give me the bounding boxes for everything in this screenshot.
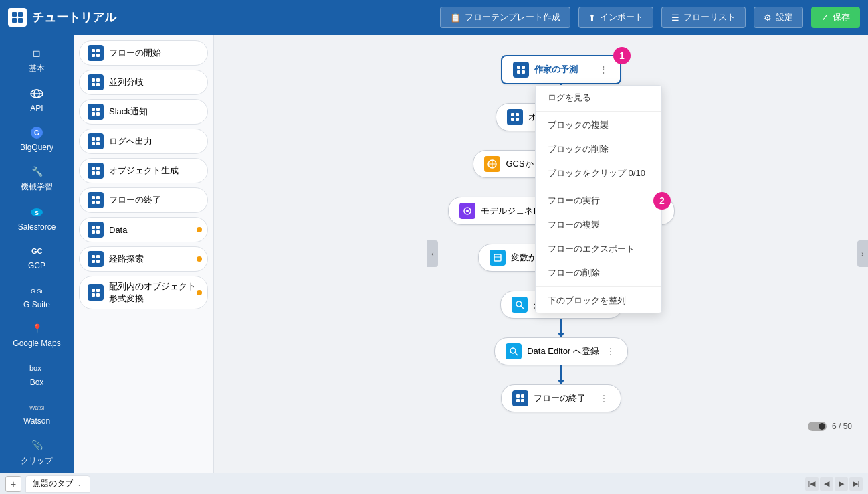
- svg-rect-2: [12, 18, 17, 23]
- svg-rect-28: [96, 137, 100, 141]
- import-button[interactable]: ⬆ インポート: [578, 7, 653, 28]
- top-node-menu[interactable]: ⋮: [597, 64, 609, 76]
- save-button[interactable]: ✓ 保存: [811, 7, 860, 28]
- svg-text:S: S: [35, 210, 39, 216]
- block-flow-start[interactable]: フローの開始: [79, 40, 208, 66]
- node-menu-7[interactable]: ⋮: [605, 345, 617, 357]
- block-icon-data: [88, 222, 104, 238]
- block-icon-array-convert: [88, 284, 104, 301]
- ctx-copy-flow[interactable]: フローの複製: [536, 213, 661, 237]
- sidebar-item-bigquery[interactable]: G BigQuery: [3, 120, 71, 157]
- bigquery-icon: G: [29, 125, 44, 140]
- node-icon-5: [490, 250, 506, 266]
- page-toggle[interactable]: [808, 422, 827, 431]
- ctx-delete-flow[interactable]: フローの削除: [536, 261, 661, 285]
- sidebar-item-watson[interactable]: Watson Watson: [3, 394, 71, 431]
- svg-rect-1: [18, 12, 23, 17]
- flow-list-button[interactable]: ☰ フローリスト: [661, 7, 746, 28]
- bottom-tabs: + 無題のタブ ⋮ |◀ ◀ ▶ ▶|: [0, 473, 868, 494]
- ml-icon: 🔧: [29, 164, 44, 179]
- block-data[interactable]: Data: [79, 217, 208, 242]
- block-log[interactable]: ログへ出力: [79, 129, 208, 154]
- save-label: 保存: [833, 11, 850, 23]
- sidebar-item-maps[interactable]: 📍 Google Maps: [3, 316, 71, 353]
- svg-rect-45: [92, 260, 95, 263]
- svg-rect-57: [511, 118, 514, 121]
- ctx-view-log[interactable]: ログを見る: [536, 86, 661, 110]
- left-panel-toggle[interactable]: ‹: [427, 240, 438, 267]
- sidebar-label-maps: Google Maps: [13, 339, 60, 348]
- sidebar-item-clip[interactable]: 📎 クリップ: [3, 432, 71, 472]
- tab-menu-icon[interactable]: ⋮: [76, 479, 83, 488]
- canvas-inner: 作家の予測 ⋮ 1 オブジェクト生成 ⋮: [214, 35, 868, 436]
- svg-rect-64: [494, 254, 501, 261]
- block-label-log: ログへ出力: [109, 135, 152, 147]
- top-node-label: 作家の予測: [534, 64, 592, 76]
- svg-rect-0: [12, 12, 17, 17]
- tab-last-btn[interactable]: ▶|: [849, 477, 863, 491]
- tab-label-1: 無題のタブ: [33, 478, 73, 489]
- svg-rect-56: [516, 113, 519, 116]
- block-icon-slack: [88, 104, 104, 120]
- ctx-copy-block[interactable]: ブロックの複製: [536, 113, 661, 137]
- svg-line-67: [521, 306, 524, 309]
- svg-rect-40: [96, 226, 100, 229]
- svg-rect-19: [92, 78, 95, 82]
- canvas-scroll[interactable]: 作家の予測 ⋮ 1 オブジェクト生成 ⋮: [214, 35, 868, 473]
- svg-rect-29: [92, 142, 95, 145]
- svg-rect-48: [96, 289, 100, 292]
- node-menu-8[interactable]: ⋮: [598, 392, 610, 404]
- block-object[interactable]: オブジェクト生成: [79, 158, 208, 183]
- ctx-clip-block[interactable]: ブロックをクリップ 0/10: [536, 161, 661, 185]
- ctx-export-flow[interactable]: フローのエクスポート: [536, 237, 661, 261]
- tab-add-button[interactable]: +: [5, 476, 21, 492]
- node-icon-8: [512, 390, 528, 406]
- ctx-run-flow[interactable]: フローの実行: [536, 189, 661, 213]
- sidebar-item-ml[interactable]: 🔧 機械学習: [3, 159, 71, 198]
- svg-rect-72: [516, 399, 520, 402]
- flow-node-8[interactable]: フローの終了 ⋮: [501, 384, 621, 412]
- right-panel-toggle[interactable]: ›: [857, 240, 868, 267]
- ctx-delete-block[interactable]: ブロックの削除: [536, 137, 661, 161]
- block-route[interactable]: 経路探索: [79, 246, 208, 272]
- sidebar-item-box[interactable]: box Box: [3, 355, 71, 392]
- svg-point-63: [466, 210, 469, 212]
- flow-node-top[interactable]: 作家の予測 ⋮: [501, 55, 621, 84]
- block-array-convert[interactable]: 配列内のオブジェクト形式変換: [79, 276, 208, 309]
- settings-icon: ⚙: [764, 13, 772, 23]
- sidebar-item-basic[interactable]: ◻ 基本: [3, 40, 71, 80]
- sidebar-label-bigquery: BigQuery: [20, 143, 53, 152]
- ctx-align-below[interactable]: 下のブロックを整列: [536, 289, 661, 313]
- svg-rect-35: [92, 196, 95, 199]
- sidebar-item-salesforce[interactable]: S Salesforce: [3, 199, 71, 237]
- svg-rect-44: [96, 255, 100, 258]
- svg-rect-26: [96, 112, 100, 116]
- block-slack[interactable]: Slack通知: [79, 99, 208, 125]
- gsuite-icon: G Suite: [29, 282, 44, 297]
- svg-rect-49: [92, 293, 95, 297]
- svg-rect-17: [92, 54, 95, 57]
- flow-node-7[interactable]: Data Editor へ登録 ⋮: [494, 337, 628, 365]
- block-parallel[interactable]: 並列分岐: [79, 70, 208, 95]
- settings-button[interactable]: ⚙ 設定: [754, 7, 803, 28]
- tab-first-btn[interactable]: |◀: [805, 477, 819, 491]
- block-label-slack: Slack通知: [109, 106, 148, 118]
- svg-point-68: [510, 348, 516, 353]
- page-counter: 6 / 50: [808, 422, 852, 431]
- app-logo: チュートリアル: [8, 8, 116, 27]
- block-flow-end[interactable]: フローの終了: [79, 187, 208, 213]
- sidebar-item-gcp[interactable]: GCP GCP: [3, 238, 71, 276]
- sidebar-item-api[interactable]: API: [3, 81, 71, 118]
- context-menu: ログを見る ブロックの複製 ブロックの削除 ブロックをクリップ 0/10 フロー…: [535, 85, 662, 313]
- template-label: フローテンプレート作成: [465, 11, 560, 23]
- svg-rect-34: [96, 171, 100, 175]
- sidebar-item-gsuite[interactable]: G Suite G Suite: [3, 277, 71, 315]
- svg-text:GCP: GCP: [31, 247, 43, 255]
- svg-point-66: [516, 301, 522, 307]
- tab-prev-btn[interactable]: ◀: [820, 477, 833, 491]
- node-icon-2: [507, 109, 523, 125]
- tab-next-btn[interactable]: ▶: [835, 477, 848, 491]
- tab-item-1[interactable]: 無題のタブ ⋮: [25, 475, 90, 493]
- template-button[interactable]: 📋 フローテンプレート作成: [440, 7, 570, 28]
- block-icon-flow-start: [88, 45, 104, 61]
